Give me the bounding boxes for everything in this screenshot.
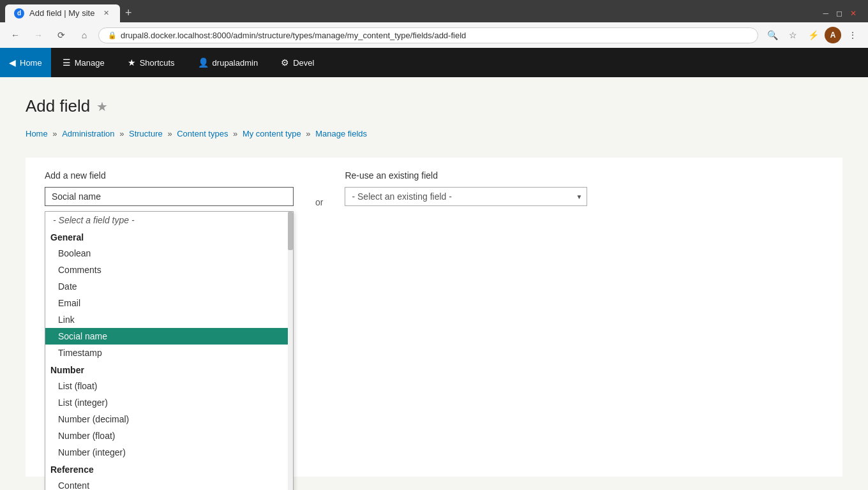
dropdown-item-email[interactable]: Email [45,295,293,311]
window-controls: ─ ◻ ✕ [816,9,863,18]
user-avatar[interactable]: A [825,27,841,43]
home-icon: ◀ [9,57,16,68]
dropdown-item-list-integer[interactable]: List (integer) [45,394,293,411]
url-text: drupal8.docker.localhost:8000/admin/stru… [121,31,466,40]
home-nav-button[interactable]: ⌂ [75,26,93,44]
dropdown-item-number-integer[interactable]: Number (integer) [45,444,293,461]
browser-tab[interactable]: d Add field | My site ✕ [5,4,120,22]
breadcrumb: Home » Administration » Structure » Cont… [26,129,842,138]
new-field-section: Add a new field Social name - Select a f… [45,170,294,206]
breadcrumb-home[interactable]: Home [26,129,48,138]
extensions-button[interactable]: ⚡ [804,26,822,44]
breadcrumb-content-types[interactable]: Content types [177,129,228,138]
breadcrumb-sep-1: » [52,129,59,138]
reuse-field-label: Re-use an existing field [345,170,587,181]
form-area: Add a new field Social name - Select a f… [45,170,823,207]
nav-shortcuts-label: Shortcuts [140,58,175,68]
dropdown-item-content[interactable]: Content [45,477,293,490]
reload-button[interactable]: ⟳ [52,26,70,44]
nav-devel[interactable]: ⚙ Devel [269,48,326,77]
bookmark-button[interactable]: ☆ [784,26,802,44]
field-type-select-wrapper: Social name - Select a field type - Gene… [45,187,294,206]
user-initial: A [830,31,836,40]
browser-toolbar-icons: 🔍 ☆ ⚡ A ⋮ [763,26,862,44]
reuse-select-wrapper: - Select an existing field - ▼ [345,187,587,206]
page-content: Add field ★ Home » Administration » Stru… [0,77,868,490]
nav-manage-label: Manage [75,58,105,68]
star-nav-icon: ★ [128,57,136,68]
dropdown-group-reference: Reference [45,461,293,477]
address-bar[interactable]: 🔒 drupal8.docker.localhost:8000/admin/st… [98,27,758,43]
breadcrumb-sep-2: » [119,129,126,138]
dropdown-item-timestamp[interactable]: Timestamp [45,345,293,361]
scrollbar-thumb[interactable] [288,212,293,250]
dropdown-item-link[interactable]: Link [45,311,293,328]
page-title-row: Add field ★ [26,96,842,116]
favorite-star-icon[interactable]: ★ [96,99,108,114]
nav-user[interactable]: 👤 drupaladmin [186,48,270,77]
breadcrumb-sep-3: » [167,129,174,138]
dropdown-list: - Select a field type - General Boolean … [45,211,294,490]
manage-icon: ☰ [63,57,71,68]
address-bar-row: ← → ⟳ ⌂ 🔒 drupal8.docker.localhost:8000/… [0,22,868,48]
dropdown-group-number: Number [45,361,293,378]
breadcrumb-manage-fields[interactable]: Manage fields [315,129,367,138]
reuse-section: Re-use an existing field - Select an exi… [345,170,587,206]
dropdown-item-social-name[interactable]: Social name [45,328,293,345]
forward-button[interactable]: → [29,26,47,44]
dropdown-item-number-decimal[interactable]: Number (decimal) [45,411,293,427]
tab-close-button[interactable]: ✕ [101,8,111,19]
breadcrumb-my-content-type[interactable]: My content type [243,129,301,138]
or-text: or [315,197,323,207]
nav-devel-label: Devel [293,58,314,68]
dropdown-placeholder-item[interactable]: - Select a field type - [45,212,293,228]
menu-button[interactable]: ⋮ [844,26,862,44]
search-button[interactable]: 🔍 [763,26,781,44]
nav-user-label: drupaladmin [213,58,258,68]
new-field-label: Add a new field [45,170,294,181]
back-button[interactable]: ← [6,26,24,44]
drupal-nav: ◀ Home ☰ Manage ★ Shortcuts 👤 drupaladmi… [0,48,868,77]
minimize-button[interactable]: ─ [823,9,828,18]
close-window-button[interactable]: ✕ [850,9,857,18]
dropdown-item-comments[interactable]: Comments [45,262,293,278]
page-title: Add field [26,96,90,116]
tab-title: Add field | My site [29,8,96,18]
dropdown-item-boolean[interactable]: Boolean [45,245,293,262]
browser-chrome: d Add field | My site ✕ + ─ ◻ ✕ ← → ⟳ ⌂ … [0,0,868,48]
scrollbar-track [288,212,293,490]
breadcrumb-structure[interactable]: Structure [129,129,163,138]
user-icon: 👤 [198,57,209,68]
field-type-select[interactable]: Social name [45,187,294,206]
maximize-button[interactable]: ◻ [836,9,842,18]
dropdown-item-number-float[interactable]: Number (float) [45,427,293,444]
tab-favicon: d [14,8,24,19]
nav-home-label: Home [20,58,42,68]
breadcrumb-administration[interactable]: Administration [62,129,114,138]
breadcrumb-sep-4: » [233,129,240,138]
nav-manage[interactable]: ☰ Manage [51,48,116,77]
dropdown-group-general: General [45,228,293,245]
reuse-field-select[interactable]: - Select an existing field - [345,187,587,206]
dropdown-item-date[interactable]: Date [45,278,293,295]
nav-shortcuts[interactable]: ★ Shortcuts [116,48,186,77]
new-tab-button[interactable]: + [120,4,137,22]
nav-home[interactable]: ◀ Home [0,48,51,77]
content-area: Add a new field Social name - Select a f… [26,158,842,477]
or-divider: or [315,170,323,207]
dropdown-item-list-float[interactable]: List (float) [45,378,293,394]
breadcrumb-sep-5: » [306,129,313,138]
gear-icon: ⚙ [281,57,289,68]
lock-icon: 🔒 [108,31,117,40]
